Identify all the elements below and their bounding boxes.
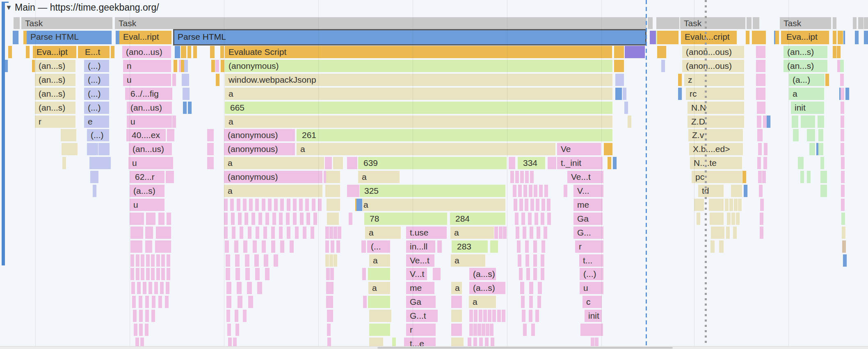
flame-bar-ve-t[interactable]: Ve...t	[406, 254, 435, 267]
flame-bar-sliver[interactable]	[760, 227, 764, 239]
flame-bar-sliver[interactable]	[280, 199, 284, 211]
flame-bar-window-webpackjsonp[interactable]: window.webpackJsonp	[225, 74, 613, 86]
flame-bar-sliver[interactable]	[325, 185, 340, 197]
flame-bar-v-[interactable]: V...	[573, 185, 604, 197]
flame-bar-sliver[interactable]	[220, 46, 224, 58]
flame-bar-sliver[interactable]	[271, 227, 275, 239]
horizontal-scrollbar[interactable]	[0, 346, 868, 349]
flame-bar-sliver[interactable]	[523, 227, 527, 239]
flame-bar-sliver[interactable]	[251, 213, 256, 225]
flame-bar-sliver[interactable]	[514, 199, 518, 211]
flame-bar-a[interactable]: a	[451, 254, 486, 267]
flame-bar-sliver[interactable]	[167, 213, 171, 225]
flame-bar-sliver[interactable]	[359, 199, 363, 211]
flame-bar-sliver[interactable]	[280, 240, 285, 253]
flame-bar-sliver[interactable]	[235, 310, 239, 322]
flame-bar-sliver[interactable]	[230, 199, 234, 211]
flame-bar-sliver[interactable]	[155, 240, 171, 253]
flame-bar-283[interactable]: 283	[452, 240, 488, 253]
flame-bar-sliver[interactable]	[866, 17, 868, 29]
flame-bar-sliver[interactable]	[756, 74, 766, 86]
flame-bar-sliver[interactable]	[758, 171, 762, 183]
flame-bar-sliver[interactable]	[224, 199, 228, 211]
flame-bar-sliver[interactable]	[325, 227, 329, 239]
flame-bar-task[interactable]: Task	[115, 17, 647, 29]
flame-bar-u[interactable]: u	[127, 116, 172, 128]
flame-bar-78[interactable]: 78	[364, 213, 448, 225]
flame-bar-sliver[interactable]	[293, 213, 297, 225]
flame-bar-sliver[interactable]	[151, 310, 155, 322]
flame-bar-a[interactable]: a	[225, 88, 613, 100]
flame-bar-sliver[interactable]	[490, 240, 498, 253]
flame-bar-sliver[interactable]	[187, 46, 192, 58]
flame-bar--anon-ous-[interactable]: (anon...ous)	[682, 60, 745, 72]
flame-bar-u[interactable]: u	[130, 199, 165, 211]
flame-bar-sliver[interactable]	[516, 227, 520, 239]
flame-bar-sliver[interactable]	[757, 157, 761, 169]
flame-bar-sliver[interactable]	[762, 171, 766, 183]
flame-bar-sliver[interactable]	[841, 116, 845, 128]
flame-bar-sliver[interactable]	[193, 46, 197, 58]
flame-bar-sliver[interactable]	[258, 213, 263, 225]
flame-bar-sliver[interactable]	[265, 213, 270, 225]
flame-bar-v-t[interactable]: V...t	[406, 268, 427, 280]
collapse-triangle-icon[interactable]: ▼	[5, 4, 12, 12]
flame-bar-sliver[interactable]	[510, 171, 514, 183]
flame-bar-sliver[interactable]	[235, 254, 240, 267]
flame-bar-t-init[interactable]: t._init	[557, 157, 603, 169]
flame-bar-sliver[interactable]	[756, 17, 760, 29]
flame-bar-sliver[interactable]	[216, 74, 220, 86]
flame-bar-sliver[interactable]	[544, 227, 548, 239]
flame-bar-sliver[interactable]	[107, 157, 111, 169]
flame-bar-sliver[interactable]	[333, 157, 343, 169]
flame-bar-261[interactable]: 261	[297, 129, 613, 141]
flame-bar-sliver[interactable]	[757, 102, 766, 114]
flame-bar-init[interactable]: init	[791, 102, 825, 114]
flame-bar-sliver[interactable]	[287, 227, 291, 239]
flame-bar-r[interactable]: r	[35, 116, 76, 128]
flame-bar-sliver[interactable]	[760, 213, 764, 225]
flame-bar-sliver[interactable]	[146, 254, 150, 267]
flame-bar-eva-ipt[interactable]: Eva...ipt	[783, 31, 829, 44]
flame-bar-sliver[interactable]	[675, 31, 679, 44]
flame-bar-sliver[interactable]	[290, 240, 294, 253]
flame-bar-sliver[interactable]	[211, 60, 215, 72]
flame-bar-a[interactable]: a	[469, 296, 496, 308]
flame-bar-sliver[interactable]	[170, 171, 174, 183]
flame-bar-sliver[interactable]	[709, 199, 724, 211]
flame-bar-z-d[interactable]: Z.D	[688, 116, 745, 128]
flame-bar-sliver[interactable]	[820, 157, 825, 169]
flame-bar-sliver[interactable]	[130, 240, 143, 253]
flame-bar-x-b-ed-[interactable]: X.b....ed>	[689, 143, 743, 155]
flame-bar-sliver[interactable]	[160, 282, 164, 294]
flame-bar-n[interactable]: n	[123, 60, 171, 72]
flame-bar-sliver[interactable]	[139, 324, 143, 336]
flame-bar-sliver[interactable]	[227, 324, 231, 336]
flame-bar-sliver[interactable]	[243, 199, 247, 211]
flame-bar-task[interactable]: Task	[680, 17, 746, 29]
flame-bar-e-t[interactable]: E...t	[81, 46, 110, 58]
flame-bar-sliver[interactable]	[234, 240, 239, 253]
flame-bar-sliver[interactable]	[474, 310, 478, 322]
flame-bar-sliver[interactable]	[521, 213, 525, 225]
flame-bar-sliver[interactable]	[237, 282, 242, 294]
flame-bar-sliver[interactable]	[172, 116, 176, 128]
flame-bar-sliver[interactable]	[767, 116, 771, 128]
flame-bar-sliver[interactable]	[515, 171, 519, 183]
flame-bar-sliver[interactable]	[226, 282, 232, 294]
flame-bar-parse-html[interactable]: Parse HTML	[27, 31, 112, 44]
flame-bar-sliver[interactable]	[154, 282, 158, 294]
flame-bar-sliver[interactable]	[825, 74, 829, 86]
flame-bar-sliver[interactable]	[503, 227, 507, 239]
flame-bar-sliver[interactable]	[274, 199, 278, 211]
flame-bar-sliver[interactable]	[615, 88, 622, 100]
flame-bar-task[interactable]: Task	[780, 17, 831, 29]
flame-bar-ga[interactable]: Ga	[573, 213, 603, 225]
flame-bar-sliver[interactable]	[841, 88, 845, 100]
flame-bar-sliver[interactable]	[801, 116, 815, 128]
flame-bar-sliver[interactable]	[520, 171, 524, 183]
flame-bar-sliver[interactable]	[272, 213, 276, 225]
flame-bar-eva-ipt[interactable]: Eva...ipt	[33, 46, 77, 58]
flame-bar-sliver[interactable]	[648, 17, 653, 29]
flame-bar-sliver[interactable]	[615, 74, 624, 86]
